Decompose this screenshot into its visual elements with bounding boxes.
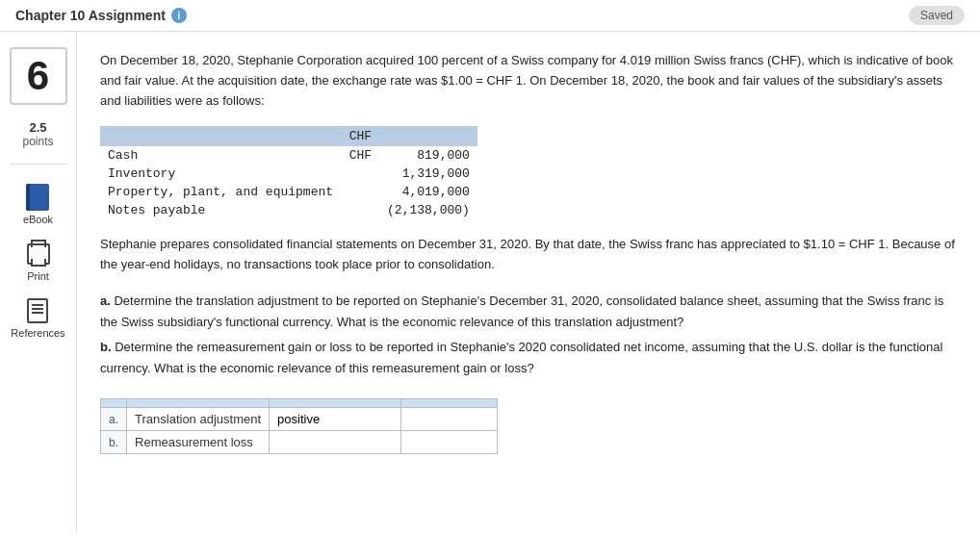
part-b-text: Determine the remeasurement gain or loss… [100,340,942,375]
points-label: points [22,135,53,148]
ebook-icon [24,184,51,211]
table-row: Property, plant, and equipment 4,019,000 [100,183,477,201]
answer-row-a-extra [401,408,498,431]
answer-th-value [270,399,401,408]
asset-label-cash: Cash [100,146,341,165]
answer-table-wrapper: a. Translation adjustment b. Remeasureme… [100,398,957,454]
header: Chapter 10 Assignment i Saved [0,0,980,32]
answer-row-b-extra [401,431,498,454]
main-container: 6 2.5 points eBook Print References On [0,32,980,532]
print-icon [25,241,52,268]
answer-row-b-index: b. [101,431,127,454]
sidebar-item-ebook[interactable]: eBook [19,180,57,229]
statement-text: Stephanie prepares consolidated financia… [100,235,957,275]
answer-table: a. Translation adjustment b. Remeasureme… [100,398,498,454]
question-text: On December 18, 2020, Stephanie Corporat… [100,51,957,111]
asset-label-ppe: Property, plant, and equipment [100,183,341,201]
answer-row-a: a. Translation adjustment [101,408,498,431]
ref-icon-shape [27,298,48,323]
content-area: On December 18, 2020, Stephanie Corporat… [77,32,980,532]
sidebar-item-references[interactable]: References [7,293,68,343]
sidebar-item-print[interactable]: Print [21,237,56,286]
question-parts: a. Determine the translation adjustment … [100,291,957,379]
assets-table: CHF Cash CHF 819,000 Inventory 1,319,000… [100,126,477,219]
assets-header-label [100,126,341,146]
part-a-text: Determine the translation adjustment to … [100,293,943,329]
book-icon-shape [26,184,49,211]
sidebar: 6 2.5 points eBook Print References [0,32,77,532]
answer-row-a-label: Translation adjustment [127,408,270,431]
asset-label-inventory: Inventory [100,165,341,183]
assets-header-currency: CHF [341,126,379,146]
table-row: Cash CHF 819,000 [100,146,477,165]
header-left: Chapter 10 Assignment i [15,8,187,23]
asset-label-notes: Notes payable [100,201,341,219]
answer-th-index [101,399,127,408]
part-a: a. Determine the translation adjustment … [100,291,957,333]
part-a-label: a. [100,293,111,308]
asset-currency-inventory [341,165,379,183]
part-b: b. Determine the remeasurement gain or l… [100,337,957,379]
sidebar-divider [10,164,67,165]
answer-row-a-index: a. [101,408,127,431]
answer-row-b: b. Remeasurement loss [101,431,498,454]
info-icon[interactable]: i [171,8,187,23]
points-value: 2.5 [22,120,53,135]
page-title: Chapter 10 Assignment [15,8,166,23]
question-number: 6 [10,47,67,105]
asset-currency-notes [341,201,379,219]
print-icon-shape [27,243,50,265]
table-row: Inventory 1,319,000 [100,165,477,183]
answer-row-b-value[interactable] [270,431,401,454]
assets-header-value [379,126,477,146]
answer-b-input[interactable] [277,435,393,449]
asset-value-inventory: 1,319,000 [379,165,477,183]
ebook-label: eBook [23,214,53,225]
answer-row-a-value[interactable] [270,408,401,431]
answer-row-b-label: Remeasurement loss [127,431,270,454]
references-icon [24,297,51,324]
asset-value-ppe: 4,019,000 [379,183,477,201]
part-b-label: b. [100,340,112,354]
asset-currency-cash: CHF [341,146,379,165]
answer-th-description [127,399,270,408]
references-label: References [11,327,64,339]
print-label: Print [27,270,49,282]
asset-value-cash: 819,000 [379,146,477,165]
answer-a-input[interactable] [277,412,393,426]
asset-currency-ppe [341,183,379,201]
saved-badge: Saved [909,6,965,25]
table-row: Notes payable (2,138,000) [100,201,477,219]
answer-th-extra [401,399,498,408]
asset-value-notes: (2,138,000) [379,201,477,219]
